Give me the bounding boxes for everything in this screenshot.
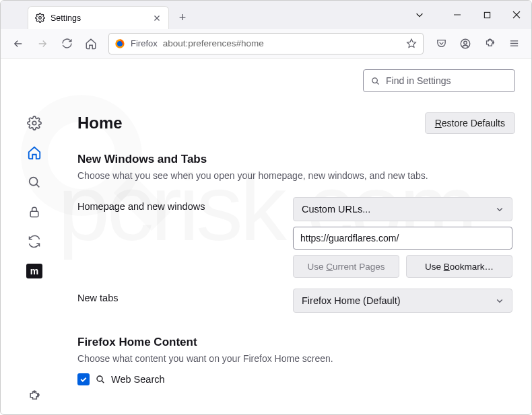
home-button[interactable] (80, 33, 102, 54)
restore-defaults-button[interactable]: Restore Defaults (425, 112, 515, 134)
sidebar-general-icon[interactable] (27, 116, 42, 130)
section-desc-new-windows: Choose what you see when you open your h… (77, 170, 515, 181)
sidebar-sync-icon[interactable] (27, 234, 42, 249)
reload-button[interactable] (56, 33, 77, 54)
window-controls (410, 1, 531, 29)
new-tab-button[interactable]: + (173, 8, 192, 27)
firefox-logo-icon (114, 38, 125, 49)
bookmark-star-icon[interactable] (405, 38, 418, 50)
select-value: Firefox Home (Default) (302, 295, 401, 306)
chevron-down-icon (496, 297, 504, 305)
newtabs-mode-select[interactable]: Firefox Home (Default) (293, 289, 512, 313)
select-value: Custom URLs... (302, 204, 370, 215)
forward-button[interactable] (32, 33, 53, 54)
svg-point-5 (464, 41, 467, 44)
tab-bar: Settings + (1, 1, 531, 29)
svg-point-0 (39, 17, 42, 20)
svg-rect-10 (30, 211, 38, 217)
svg-point-8 (32, 121, 36, 125)
newtabs-label: New tabs (77, 289, 293, 303)
svg-rect-1 (484, 12, 490, 17)
homepage-url-value: https://guardflares.com/ (300, 233, 399, 243)
back-button[interactable] (7, 33, 29, 54)
url-bar[interactable]: Firefox about:preferences#home (108, 33, 424, 54)
chevron-down-icon (496, 205, 504, 213)
homepage-label: Homepage and new windows (77, 197, 293, 212)
section-desc-home-content: Choose what content you want on your Fir… (77, 353, 515, 364)
use-current-pages-button[interactable]: Use Current Pages (293, 255, 399, 278)
sidebar-privacy-icon[interactable] (27, 204, 42, 219)
settings-main: Find in Settings Home Restore Defaults N… (68, 59, 531, 415)
account-button[interactable] (455, 33, 476, 54)
url-identity-label: Firefox (131, 38, 158, 48)
sidebar-search-icon[interactable] (27, 175, 42, 190)
section-heading-new-windows: New Windows and Tabs (77, 153, 515, 166)
sidebar-extensions-icon[interactable] (27, 389, 42, 404)
search-icon (95, 374, 106, 385)
minimize-button[interactable] (442, 2, 472, 28)
web-search-label: Web Search (111, 374, 165, 385)
svg-point-13 (372, 77, 378, 83)
navigation-toolbar: Firefox about:preferences#home (1, 29, 531, 59)
web-search-checkbox[interactable] (77, 373, 90, 385)
settings-sidebar: m (1, 59, 68, 415)
tabs-dropdown-button[interactable] (410, 2, 429, 28)
close-window-button[interactable] (502, 2, 531, 28)
sidebar-more-mozilla-icon[interactable]: m (26, 264, 42, 278)
find-in-settings-input[interactable]: Find in Settings (363, 69, 515, 92)
page-title: Home (77, 114, 123, 133)
gear-icon (35, 13, 45, 23)
section-heading-home-content: Firefox Home Content (77, 336, 515, 349)
extensions-button[interactable] (479, 33, 500, 54)
search-placeholder: Find in Settings (386, 75, 451, 86)
app-menu-button[interactable] (503, 33, 525, 54)
tab-title: Settings (51, 13, 81, 23)
pocket-button[interactable] (430, 33, 452, 54)
svg-point-14 (97, 376, 102, 381)
homepage-url-input[interactable]: https://guardflares.com/ (293, 227, 512, 250)
sidebar-home-icon[interactable] (27, 145, 42, 160)
browser-tab-settings[interactable]: Settings (28, 6, 169, 29)
use-bookmark-button[interactable]: Use Bookmark… (406, 255, 512, 278)
homepage-mode-select[interactable]: Custom URLs... (293, 197, 512, 221)
maximize-button[interactable] (472, 2, 502, 28)
url-address: about:preferences#home (163, 38, 400, 48)
close-icon[interactable] (152, 13, 162, 23)
